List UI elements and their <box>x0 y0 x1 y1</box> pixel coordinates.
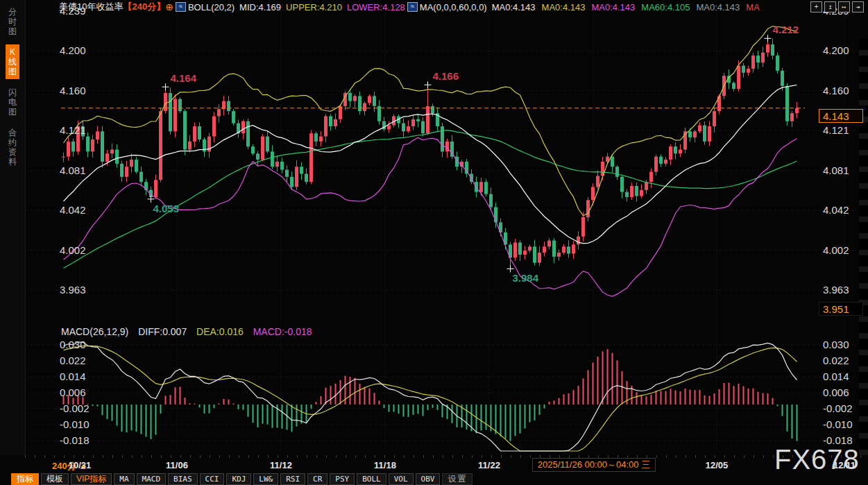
axis-tick: -0.010 <box>60 418 90 430</box>
ma-value: MA0:4.143 <box>492 2 536 12</box>
axis-tick: -0.010 <box>823 418 853 430</box>
axis-tick: 0.014 <box>60 371 86 382</box>
period-badge[interactable]: 【240分】 <box>123 1 165 13</box>
axis-tick: 4.042 <box>60 204 86 216</box>
axis-tick: 4.042 <box>823 204 849 216</box>
axis-tick: 4.002 <box>60 244 86 256</box>
tab-RSI[interactable]: RSI <box>280 473 305 485</box>
session-low-box: 3.951 <box>819 302 863 316</box>
axis-tick: 0.006 <box>60 386 86 398</box>
macd-diff: DIFF:0.007 <box>138 326 187 337</box>
axis-tick: 4.160 <box>823 85 849 96</box>
tab-PSY[interactable]: PSY <box>330 473 355 485</box>
tab-MACD[interactable]: MACD <box>137 473 167 485</box>
crosshair-icon[interactable]: + <box>810 1 822 12</box>
last-price-box: 4.143 <box>819 109 863 123</box>
right-scrollbar[interactable] <box>859 39 868 455</box>
ma-value: MA60:4.105 <box>641 2 690 12</box>
expand-icon[interactable]: ⊕ <box>165 1 173 12</box>
axis-tick: 3.963 <box>823 284 849 296</box>
indicator-header: 美债10年收益率 【240分】 ⊕ ≈ BOLL(20,2) MID:4.169… <box>25 0 868 14</box>
axis-tick: 4.200 <box>60 44 86 56</box>
axis-vertical-icon[interactable]: ↥ <box>824 1 836 12</box>
sidebar-item-3[interactable]: 合约资料 <box>6 125 19 169</box>
boll-upper: UPPER:4.210 <box>286 2 342 12</box>
date-label: 11/18 <box>361 460 409 470</box>
tab-OBV[interactable]: OBV <box>416 473 441 485</box>
ma-value: MA <box>746 2 760 12</box>
axis-tick: -0.002 <box>60 402 90 414</box>
window-icons: +↥↦↠ <box>810 1 864 12</box>
sidebar-item-0[interactable]: 分时图 <box>6 4 19 39</box>
ma-values: MA0:4.143MA0:4.143MA0:4.143MA60:4.105MA0… <box>492 2 766 12</box>
tab-指标[interactable]: 指标 <box>11 473 39 485</box>
price-annotation: 4.164 <box>171 72 197 84</box>
tab-VOL[interactable]: VOL <box>389 473 414 485</box>
tab-LW&[interactable]: LW& <box>253 473 278 485</box>
price-annotation: 4.166 <box>433 70 459 82</box>
pan-right-icon[interactable]: ↠ <box>852 1 864 12</box>
ma-value: MA0:4.143 <box>542 2 586 12</box>
tab-设置[interactable]: 设置 <box>442 473 473 485</box>
tab-BIAS[interactable]: BIAS <box>168 473 198 485</box>
tab-CR[interactable]: CR <box>307 473 327 485</box>
date-label: 11/06 <box>153 460 201 470</box>
axis-tick: 0.030 <box>60 339 86 350</box>
ma-name: MA(0,0,0,60,0,0) <box>420 2 487 12</box>
axis-tick: 4.081 <box>823 164 849 176</box>
axis-tick: 4.160 <box>60 85 86 96</box>
sidebar-item-2[interactable]: 闪电图 <box>6 85 19 119</box>
macd-name: MACD(26,12,9) <box>61 326 128 337</box>
price-annotation: 4.053 <box>153 203 180 214</box>
axis-tick: 0.022 <box>60 355 86 366</box>
axis-tick: 4.081 <box>60 164 86 176</box>
tab-模板[interactable]: 模板 <box>41 473 69 485</box>
date-label: 10/31 <box>56 460 104 470</box>
axis-tick: -0.018 <box>823 434 853 446</box>
date-label: 12/11 <box>820 460 868 470</box>
tab-KDJ[interactable]: KDJ <box>226 473 251 485</box>
axis-tick: 4.121 <box>823 124 849 136</box>
axis-tick: -0.002 <box>823 402 853 414</box>
axis-tick: 4.002 <box>823 244 849 256</box>
ma-value: MA0:4.143 <box>591 2 635 12</box>
boll-lower: LOWER:4.128 <box>347 2 405 12</box>
macd-dea: DEA:0.016 <box>196 326 244 337</box>
chart-title: 美债10年收益率 <box>59 1 123 13</box>
tab-MA[interactable]: MA <box>114 473 134 485</box>
time-axis: 240分 ▲ 10/3111/0611/1211/1811/2212/0512/… <box>0 455 868 473</box>
price-annotation: 4.212 <box>773 24 799 35</box>
axis-tick: 3.963 <box>60 284 86 296</box>
tab-VIP指标[interactable]: VIP指标 <box>71 473 112 485</box>
axis-tick: -0.018 <box>60 434 90 446</box>
macd-value: MACD:-0.018 <box>253 326 312 337</box>
tab-BOLL[interactable]: BOLL <box>357 473 386 485</box>
macd-header: MACD(26,12,9) DIFF:0.007 DEA:0.016 MACD:… <box>61 326 319 337</box>
tab-CCI[interactable]: CCI <box>200 473 225 485</box>
ma-indicator-icon: ≈ <box>407 2 418 12</box>
axis-tick: 4.200 <box>823 44 849 56</box>
price-annotation: 3.984 <box>513 272 539 284</box>
axis-tick: 0.006 <box>823 386 849 398</box>
boll-indicator-icon: ≈ <box>176 2 186 12</box>
axis-horizontal-icon[interactable]: ↦ <box>838 1 850 12</box>
axis-tick: 0.022 <box>823 355 849 366</box>
left-sidebar: 分时图K线图闪电图合约资料 <box>0 0 26 457</box>
boll-name: BOLL(20,2) <box>188 2 235 12</box>
ma-value: MA0:4.143 <box>696 2 740 12</box>
boll-mid: MID:4.169 <box>239 2 281 12</box>
indicator-toolbar: 指标模板VIP指标MAMACDBIASCCIKDJLW&RSICRPSYBOLL… <box>11 473 868 485</box>
date-label: 12/05 <box>692 460 741 470</box>
axis-tick: 0.014 <box>823 371 849 382</box>
sidebar-item-1[interactable]: K线图 <box>6 44 19 79</box>
date-label: 11/12 <box>257 460 305 470</box>
selected-bar-time: 2025/11/26 00:00～04:00 三 <box>532 458 656 472</box>
axis-tick: 4.121 <box>60 124 86 136</box>
date-label: 11/22 <box>465 460 513 470</box>
axis-tick: 0.030 <box>823 339 849 350</box>
